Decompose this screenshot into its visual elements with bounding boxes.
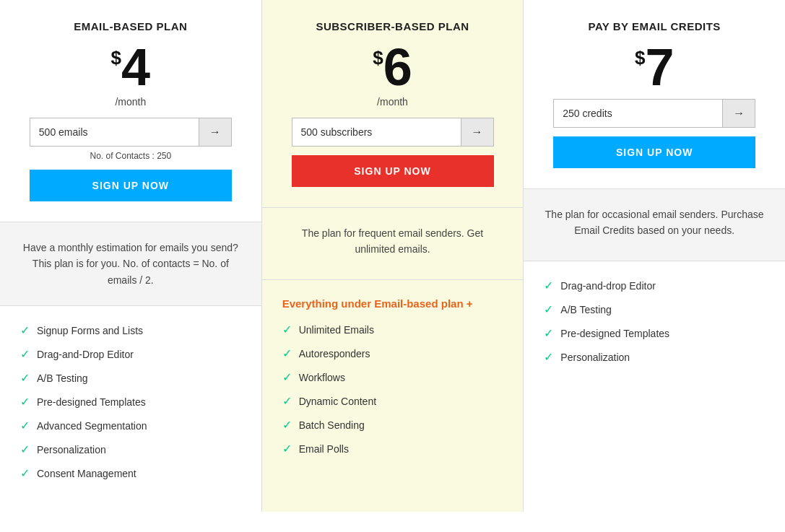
feature-item: ✓Unlimited Emails [282,323,503,336]
feature-item: ✓Dynamic Content [282,394,503,408]
feature-item: ✓Personalization [20,442,241,456]
feature-item: ✓Workflows [282,370,503,384]
signup-button-subscriber-based[interactable]: SIGN UP NOW [292,155,494,187]
features-heading-subscriber-based: Everything under Email-based plan + [282,297,503,310]
feature-item: ✓Email Polls [282,442,503,455]
feature-label: Batch Sending [299,419,365,431]
price-dollar-pay-by-credits: $ [635,47,645,69]
plan-col-pay-by-credits: PAY BY EMAIL CREDITS$7→SIGN UP NOWThe pl… [524,0,785,512]
feature-item: ✓Drag-and-Drop Editor [20,347,241,361]
check-icon: ✓ [20,323,30,337]
price-dollar-email-based: $ [111,47,121,69]
feature-label: Drag-and-Drop Editor [37,349,134,360]
check-icon: ✓ [544,350,553,364]
feature-label: Unlimited Emails [299,324,374,336]
plan-desc-email-based: Have a monthly estimation for emails you… [0,222,261,306]
feature-item: ✓Pre-designed Templates [20,395,241,409]
plan-top-pay-by-credits: PAY BY EMAIL CREDITS$7→SIGN UP NOW [524,0,785,189]
feature-label: Personalization [37,444,106,455]
quantity-input-pay-by-credits[interactable] [554,100,722,126]
feature-label: Pre-designed Templates [560,328,669,339]
check-icon: ✓ [282,370,292,384]
signup-button-pay-by-credits[interactable]: SIGN UP NOW [553,136,755,168]
feature-label: Email Polls [299,443,349,455]
feature-label: Workflows [299,372,345,383]
feature-item: ✓A/B Testing [544,302,765,316]
feature-label: Autoresponders [299,348,370,359]
plan-desc-pay-by-credits: The plan for occasional email senders. P… [524,189,785,261]
check-icon: ✓ [282,346,292,360]
plan-features-subscriber-based: Everything under Email-based plan +✓Unli… [262,280,524,512]
plan-title-subscriber-based: SUBSCRIBER-BASED PLAN [277,20,509,32]
plan-features-pay-by-credits: ✓Drag-and-drop Editor✓A/B Testing✓Pre-de… [524,261,785,512]
plan-title-pay-by-credits: PAY BY EMAIL CREDITS [538,20,771,32]
plan-desc-subscriber-based: The plan for frequent email senders. Get… [262,208,524,280]
price-number-pay-by-credits: 7 [645,41,674,93]
input-row-email-based[interactable]: → [30,118,232,147]
arrow-button-email-based[interactable]: → [199,118,231,146]
check-icon: ✓ [20,442,30,456]
check-icon: ✓ [282,323,292,336]
feature-item: ✓Signup Forms and Lists [20,323,241,337]
plan-features-email-based: ✓Signup Forms and Lists✓Drag-and-Drop Ed… [0,306,261,512]
quantity-input-subscriber-based[interactable] [292,119,461,145]
check-icon: ✓ [20,466,30,480]
contacts-note-email-based: No. of Contacts : 250 [14,151,247,161]
check-icon: ✓ [544,302,553,316]
price-period-subscriber-based: /month [277,96,509,108]
quantity-input-email-based[interactable] [30,119,199,145]
check-icon: ✓ [544,279,553,292]
plan-price-pay-by-credits: $7 [538,41,771,93]
price-period-email-based: /month [14,96,247,108]
plan-title-email-based: EMAIL-BASED PLAN [14,20,247,32]
feature-item: ✓Batch Sending [282,418,503,432]
signup-button-email-based[interactable]: SIGN UP NOW [30,170,232,201]
input-row-pay-by-credits[interactable]: → [553,99,755,128]
price-dollar-subscriber-based: $ [373,47,383,69]
feature-label: A/B Testing [37,372,88,384]
plan-price-email-based: $4 [14,41,247,93]
feature-label: Signup Forms and Lists [37,325,143,336]
feature-label: Pre-designed Templates [37,396,146,408]
check-icon: ✓ [20,419,30,432]
feature-item: ✓Autoresponders [282,346,503,360]
plan-price-subscriber-based: $6 [277,41,509,93]
feature-item: ✓Advanced Segmentation [20,419,241,432]
check-icon: ✓ [544,326,553,340]
feature-item: ✓Consent Management [20,466,241,480]
feature-label: Dynamic Content [299,396,376,407]
price-number-email-based: 4 [121,41,150,93]
plan-top-subscriber-based: SUBSCRIBER-BASED PLAN$6/month→SIGN UP NO… [262,0,524,208]
check-icon: ✓ [282,394,292,408]
feature-item: ✓A/B Testing [20,371,241,385]
check-icon: ✓ [282,418,292,432]
feature-item: ✓Pre-designed Templates [544,326,765,340]
pricing-container: EMAIL-BASED PLAN$4/month→No. of Contacts… [0,0,785,512]
arrow-button-subscriber-based[interactable]: → [461,118,493,146]
price-number-subscriber-based: 6 [383,41,412,93]
input-row-subscriber-based[interactable]: → [292,118,494,147]
feature-label: Consent Management [37,468,136,479]
feature-item: ✓Drag-and-drop Editor [544,279,765,292]
feature-item: ✓Personalization [544,350,765,364]
plan-col-email-based: EMAIL-BASED PLAN$4/month→No. of Contacts… [0,0,261,512]
plan-col-subscriber-based: SUBSCRIBER-BASED PLAN$6/month→SIGN UP NO… [261,0,524,512]
arrow-button-pay-by-credits[interactable]: → [722,100,755,127]
feature-label: Drag-and-drop Editor [560,280,656,292]
check-icon: ✓ [20,371,30,385]
check-icon: ✓ [282,442,292,455]
check-icon: ✓ [20,347,30,361]
feature-label: A/B Testing [560,304,612,315]
plan-top-email-based: EMAIL-BASED PLAN$4/month→No. of Contacts… [0,0,261,222]
feature-label: Advanced Segmentation [37,420,147,432]
check-icon: ✓ [20,395,30,409]
feature-label: Personalization [560,352,630,363]
